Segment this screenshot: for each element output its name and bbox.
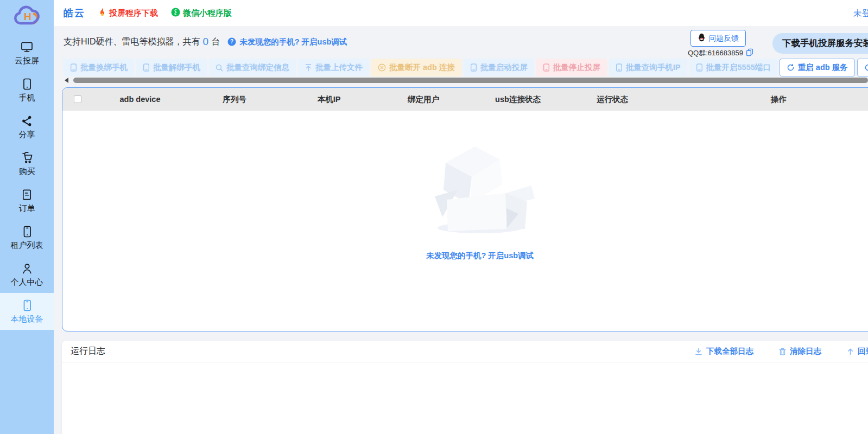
tablet-icon: [21, 225, 34, 238]
sidebar-item-buy[interactable]: 购买: [0, 145, 54, 182]
qq-group-info: QQ群:616683859: [688, 48, 753, 58]
run-log-panel: 运行日志 下载全部日志 清除日志 回到顶部: [62, 341, 868, 434]
button-label: 批量开启5555端口: [706, 62, 771, 73]
horizontal-scrollbar: [65, 76, 868, 84]
batch-upload-button[interactable]: 批量上传文件: [298, 59, 369, 76]
wechat-mini-label: 微信小程序版: [183, 8, 232, 18]
download-pkg-label: 下载手机投屏服务安装包: [782, 37, 868, 49]
sidebar-item-orders[interactable]: 订单: [0, 182, 54, 219]
back-to-top-label: 回到顶部: [858, 346, 868, 356]
cart-icon: [21, 151, 34, 164]
column-run-status: 运行状态: [565, 94, 660, 105]
scrollbar-thumb[interactable]: [73, 78, 868, 83]
sidebar-item-label: 个人中心: [11, 277, 43, 288]
support-text: 支持HID硬件、雷电等模拟器，共有: [64, 36, 200, 48]
restart-adb-button[interactable]: 重启 adb 服务: [780, 59, 855, 76]
batch-open-5555-button[interactable]: 批量开启5555端口: [689, 59, 777, 76]
sidebar-item-label: 租户列表: [11, 240, 43, 251]
cast-download-link[interactable]: 投屏程序下载: [98, 8, 158, 18]
sidebar-item-profile[interactable]: 个人中心: [0, 256, 54, 293]
button-label: 重启 adb 服务: [798, 62, 848, 73]
select-all-checkbox[interactable]: [74, 95, 81, 103]
table-header-row: adb device 序列号 本机IP 绑定用户 usb连接状态 运行状态 操作: [62, 88, 868, 111]
button-label: 批量查询手机IP: [626, 62, 681, 73]
device-unit: 台: [211, 36, 220, 48]
copy-icon[interactable]: [746, 48, 753, 58]
scroll-left-arrow-icon[interactable]: [65, 78, 68, 83]
batch-start-cast-button[interactable]: 批量启动投屏: [464, 59, 534, 76]
batch-stop-cast-button[interactable]: 批量停止投屏: [536, 59, 607, 76]
refresh-button-partial[interactable]: [857, 59, 868, 76]
button-label: 批量解绑手机: [153, 62, 200, 73]
column-adb-device: adb device: [93, 95, 187, 104]
log-header: 运行日志 下载全部日志 清除日志 回到顶部: [62, 341, 868, 362]
svg-text:H: H: [24, 11, 31, 22]
sidebar: H 云投屏 手机: [0, 0, 54, 434]
cloud-logo-icon: H: [12, 4, 42, 30]
sidebar-item-phone[interactable]: 手机: [0, 72, 54, 108]
batch-disconnect-adb-button[interactable]: 批量断开 adb 连接: [371, 59, 461, 76]
empty-state: 未发现您的手机? 开启usb调试: [62, 111, 868, 331]
empty-box-illustration: [423, 138, 537, 238]
batch-rebind-button[interactable]: 批量换绑手机: [64, 59, 134, 76]
log-actions: 下载全部日志 清除日志 回到顶部: [694, 346, 868, 356]
app-window: H 云投屏 手机: [0, 0, 868, 434]
button-label: 批量断开 adb 连接: [389, 62, 455, 73]
column-serial: 序列号: [187, 94, 282, 105]
sidebar-item-tenants[interactable]: 租户列表: [0, 219, 54, 256]
log-title: 运行日志: [71, 346, 105, 357]
share-icon: [21, 114, 33, 127]
monitor-icon: [20, 41, 34, 54]
sidebar-item-label: 购买: [19, 167, 35, 177]
download-all-logs-label: 下载全部日志: [706, 346, 753, 356]
device-table: adb device 序列号 本机IP 绑定用户 usb连接状态 运行状态 操作: [62, 87, 868, 331]
batch-unbind-button[interactable]: 批量解绑手机: [136, 59, 207, 76]
clear-logs-button[interactable]: 清除日志: [778, 346, 821, 356]
batch-query-binding-button[interactable]: 批量查询绑定信息: [209, 59, 296, 76]
qq-group-text: QQ群:616683859: [688, 48, 743, 58]
qq-penguin-icon: [698, 33, 706, 43]
button-label: 批量查询绑定信息: [226, 62, 289, 73]
wechat-miniprogram-icon: [171, 8, 180, 18]
button-label: 批量换绑手机: [80, 62, 128, 73]
sidebar-item-cloud-cast[interactable]: 云投屏: [0, 35, 54, 72]
sidebar-item-local-devices[interactable]: 本地设备: [0, 293, 54, 330]
sidebar-item-share[interactable]: 分享: [0, 108, 54, 145]
sidebar-item-label: 云投屏: [15, 56, 39, 66]
usb-debug-help-link[interactable]: 未发现您的手机? 开启usb调试: [239, 37, 347, 47]
download-all-logs-button[interactable]: 下载全部日志: [694, 346, 753, 356]
svg-text:?: ?: [230, 39, 233, 44]
button-label: 批量上传文件: [315, 62, 363, 73]
wechat-mini-link[interactable]: 微信小程序版: [171, 8, 232, 18]
feedback-button[interactable]: 问题反馈: [690, 30, 746, 47]
batch-toolbar: 批量换绑手机 批量解绑手机 批量查询绑定信息 批量上传文件 批量断开 adb 连…: [64, 59, 868, 76]
brand-title: 皓云: [64, 7, 85, 20]
phone-icon: [21, 78, 34, 91]
top-header: 皓云 投屏程序下载 微信小程序版: [54, 0, 868, 26]
empty-usb-debug-link[interactable]: 未发现您的手机? 开启usb调试: [426, 251, 534, 261]
device-count: 0: [203, 36, 209, 48]
sidebar-item-label: 本地设备: [11, 314, 43, 324]
cast-download-label: 投屏程序下载: [109, 8, 158, 18]
column-actions: 操作: [660, 94, 868, 105]
app-logo: H: [0, 0, 54, 35]
back-to-top-button[interactable]: 回到顶部: [846, 346, 868, 356]
device-summary-bar: 支持HID硬件、雷电等模拟器，共有 0 台 ? 未发现您的手机? 开启usb调试: [64, 36, 347, 48]
login-link[interactable]: 未登录: [853, 8, 868, 20]
button-label: 批量停止投屏: [553, 62, 600, 73]
feedback-label: 问题反馈: [708, 34, 739, 43]
device-icon: [21, 299, 34, 312]
button-label: 批量启动投屏: [480, 62, 528, 73]
download-cast-package-button[interactable]: 下载手机投屏服务安装包: [772, 33, 868, 54]
fire-icon: [98, 8, 106, 18]
column-usb-status: usb连接状态: [471, 94, 565, 105]
sidebar-item-label: 分享: [19, 130, 35, 140]
sidebar-item-label: 手机: [19, 93, 35, 103]
log-content-area[interactable]: [62, 362, 868, 434]
batch-query-ip-button[interactable]: 批量查询手机IP: [609, 59, 687, 76]
user-icon: [21, 262, 34, 275]
column-bound-user: 绑定用户: [376, 94, 471, 105]
sidebar-nav: 云投屏 手机 分享: [0, 35, 54, 330]
column-local-ip: 本机IP: [282, 94, 376, 105]
order-document-icon: [21, 188, 33, 201]
